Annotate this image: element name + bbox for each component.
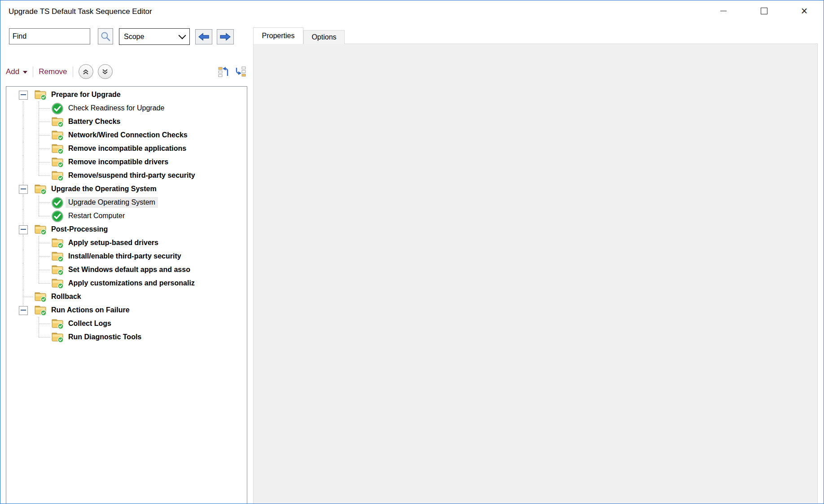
tree-guide-line <box>39 169 39 175</box>
tree-item[interactable]: Rollback <box>6 290 247 303</box>
tree-item[interactable]: Install/enable third-party security <box>6 250 247 263</box>
tree-item-label[interactable]: Battery Checks <box>66 116 123 127</box>
outdent-list-icon <box>218 66 229 78</box>
tree-guide-line <box>23 128 23 142</box>
maximize-button[interactable] <box>750 0 778 21</box>
tree-guide-stub <box>39 202 50 203</box>
folder-check-icon <box>51 237 64 249</box>
tree-item[interactable]: Run Actions on Failure <box>6 303 247 317</box>
tree-item-label[interactable]: Collect Logs <box>66 318 114 329</box>
tree-item-label[interactable]: Run Actions on Failure <box>48 305 132 316</box>
caret-down-icon <box>23 71 27 74</box>
tree-item-label[interactable]: Restart Computer <box>66 210 127 221</box>
folder-check-icon <box>34 89 47 101</box>
tree-guide-stub <box>39 283 50 284</box>
add-label: Add <box>6 67 19 76</box>
find-input[interactable] <box>9 28 90 44</box>
tree-guide-stub <box>39 149 50 149</box>
tree-item[interactable]: Check Readiness for Upgrade <box>6 101 247 115</box>
check-circle-icon <box>51 102 64 114</box>
check-circle-icon <box>51 197 64 208</box>
tree-item-label[interactable]: Check Readiness for Upgrade <box>66 103 167 114</box>
tree-item-label[interactable]: Apply customizations and personaliz <box>66 278 197 289</box>
tree-item[interactable]: Battery Checks <box>6 115 247 128</box>
add-button[interactable]: Add <box>6 67 27 76</box>
folder-check-icon <box>51 156 64 168</box>
tab-properties[interactable]: Properties <box>253 27 303 44</box>
folder-check-icon <box>51 170 64 181</box>
tab-options[interactable]: Options <box>303 30 345 44</box>
tree-expander-minus[interactable] <box>19 91 28 100</box>
tree-guide-stub <box>39 216 50 216</box>
task-sequence-tree: Prepare for UpgradeCheck Readiness for U… <box>6 86 247 504</box>
collapse-all-button[interactable] <box>217 66 230 78</box>
close-button[interactable]: × <box>790 0 818 21</box>
search-button[interactable] <box>98 28 113 44</box>
move-down-button[interactable] <box>98 64 113 79</box>
title-bar: Upgrade TS Default Task Sequence Editor … <box>0 0 824 24</box>
tree-guide-stub <box>39 243 50 243</box>
tree-item[interactable]: Remove/suspend third-party security <box>6 169 247 182</box>
tree-item-label[interactable]: Install/enable third-party security <box>66 251 184 262</box>
tree-item[interactable]: Apply setup-based drivers <box>6 236 247 250</box>
tree-item-label[interactable]: Set Windows default apps and asso <box>66 264 193 275</box>
scope-value: Scope <box>124 33 144 41</box>
tree-item[interactable]: Apply customizations and personaliz <box>6 276 247 290</box>
tree-item[interactable]: Prepare for Upgrade <box>6 88 247 101</box>
tree-guide-line <box>39 276 39 283</box>
move-up-button[interactable] <box>79 64 93 79</box>
tree-item[interactable]: Collect Logs <box>6 317 247 330</box>
expand-all-button[interactable] <box>234 66 247 78</box>
tree-item[interactable]: Run Diagnostic Tools <box>6 330 247 344</box>
tree-item-label[interactable]: Rollback <box>48 291 84 302</box>
tree-guide-line <box>39 209 39 216</box>
tree-item[interactable]: Remove incompatible applications <box>6 142 247 155</box>
tree-item-label[interactable]: Upgrade the Operating System <box>48 184 159 194</box>
folder-check-icon <box>51 318 64 329</box>
tree-guide-line <box>23 169 23 182</box>
tree-item-label[interactable]: Network/Wired Connection Checks <box>66 130 190 140</box>
tree-expander-minus[interactable] <box>19 306 28 315</box>
folder-check-icon <box>51 331 64 343</box>
tree-guide-stub <box>39 256 50 257</box>
tree-guide-line <box>23 101 23 115</box>
folder-check-icon <box>34 304 47 316</box>
tree-item-label[interactable]: Remove incompatible applications <box>66 143 189 154</box>
tree-guide-stub <box>23 297 33 297</box>
tree-item-label[interactable]: Run Diagnostic Tools <box>66 332 144 342</box>
tree-item-label[interactable]: Post-Processing <box>48 224 110 235</box>
tree-item[interactable]: Network/Wired Connection Checks <box>6 128 247 142</box>
tree-guide-line <box>23 209 23 223</box>
tree-item[interactable]: Remove incompatible drivers <box>6 155 247 169</box>
search-icon <box>100 31 111 42</box>
check-circle-icon <box>51 210 64 222</box>
tree-guide-stub <box>39 175 50 176</box>
window-title: Upgrade TS Default Task Sequence Editor <box>9 7 152 16</box>
tree-guide-line <box>23 142 23 155</box>
chevron-down-icon <box>179 32 186 39</box>
find-next-button[interactable] <box>217 29 234 44</box>
tree-item-label[interactable]: Remove incompatible drivers <box>66 157 171 167</box>
remove-button[interactable]: Remove <box>39 67 67 76</box>
tree-expander-minus[interactable] <box>19 185 28 194</box>
tree-item[interactable]: Post-Processing <box>6 223 247 236</box>
maximize-icon <box>761 8 767 14</box>
tree-item-label[interactable]: Prepare for Upgrade <box>48 89 123 100</box>
tree-item[interactable]: Restart Computer <box>6 209 247 223</box>
tree-guide-line <box>39 330 39 337</box>
tree-item-label[interactable]: Remove/suspend third-party security <box>66 170 198 181</box>
folder-check-icon <box>51 129 64 141</box>
minimize-button[interactable] <box>710 0 737 21</box>
tree-item-label[interactable]: Apply setup-based drivers <box>66 237 161 248</box>
find-previous-button[interactable] <box>195 29 212 44</box>
tree-guide-line <box>23 276 23 290</box>
tree-guide-stub <box>39 162 50 162</box>
task-sequence-editor-window: Upgrade TS Default Task Sequence Editor … <box>0 0 824 504</box>
tree-item[interactable]: Upgrade the Operating System <box>6 182 247 196</box>
tree-item-label[interactable]: Upgrade Operating System <box>66 197 158 208</box>
scope-dropdown[interactable]: Scope <box>119 28 190 45</box>
tree-expander-minus[interactable] <box>19 225 28 234</box>
properties-tab-panel <box>253 44 818 504</box>
tree-item[interactable]: Upgrade Operating System <box>6 196 247 209</box>
tree-item[interactable]: Set Windows default apps and asso <box>6 263 247 276</box>
